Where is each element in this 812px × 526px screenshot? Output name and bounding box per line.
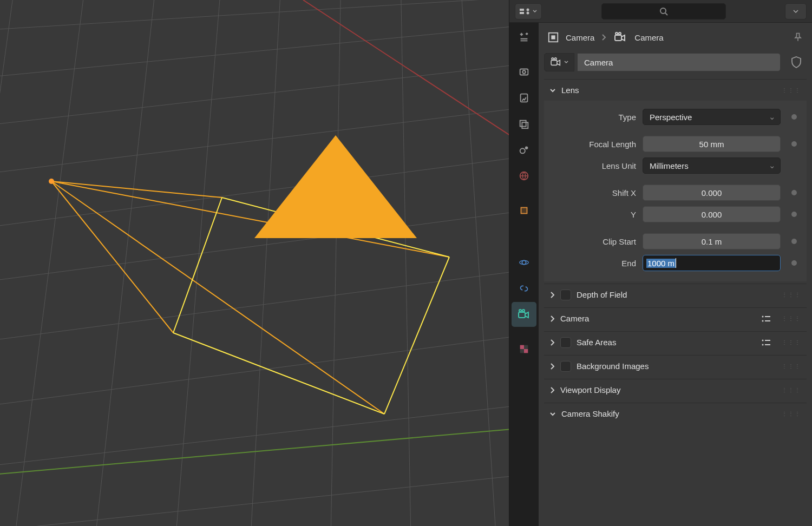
panel-shakify-header[interactable]: Camera Shakify ⋮⋮⋮ [544,403,807,424]
panel-camera-header[interactable]: Camera ⋮⋮⋮ [544,307,807,329]
pin-icon[interactable] [793,32,803,43]
anim-dot[interactable] [791,141,797,147]
svg-line-4 [0,152,509,233]
panel-dof-header[interactable]: Depth of Field ⋮⋮⋮ [544,284,807,305]
svg-point-57 [615,32,618,35]
drag-handle-icon[interactable]: ⋮⋮⋮ [782,339,801,345]
drag-handle-icon[interactable]: ⋮⋮⋮ [782,292,801,298]
fake-user-toggle[interactable] [786,53,807,71]
datablock-selector-row: Camera [544,53,807,71]
breadcrumb-object-icon [547,31,559,43]
svg-rect-31 [520,12,524,14]
panel-dof-title: Depth of Field [577,290,627,299]
tab-object[interactable] [512,198,536,223]
tab-texture[interactable] [512,337,536,361]
tab-data-camera[interactable] [512,302,536,327]
label-type: Type [549,113,636,122]
svg-line-5 [0,206,509,287]
svg-rect-59 [551,60,557,65]
svg-rect-53 [524,349,528,353]
svg-line-1 [0,22,509,81]
svg-line-26 [173,333,384,414]
tab-output[interactable] [512,86,536,110]
drag-handle-icon[interactable]: ⋮⋮⋮ [782,411,801,417]
svg-rect-47 [519,312,525,318]
dof-enable-checkbox[interactable] [560,290,571,300]
svg-point-60 [552,58,554,60]
presets-icon[interactable] [761,339,771,346]
properties-search[interactable] [601,3,726,19]
breadcrumb-data-icon [614,32,628,43]
svg-line-13 [173,0,222,526]
panel-bg-header[interactable]: Background Images ⋮⋮⋮ [544,355,807,377]
svg-rect-40 [522,122,528,128]
panel-lens: Lens ⋮⋮⋮ Type Perspective ⌄ Focal Len [544,79,807,281]
presets-icon[interactable] [761,315,771,323]
properties-options[interactable] [785,3,807,19]
panel-lens-header[interactable]: Lens ⋮⋮⋮ [544,79,807,101]
svg-rect-56 [615,35,621,41]
label-shift-y: Y [549,210,636,219]
tab-render[interactable] [512,60,536,84]
drag-handle-icon[interactable]: ⋮⋮⋮ [782,387,801,393]
properties-tabs [509,23,539,526]
field-camera-type-value: Perspective [650,113,692,122]
svg-line-9 [0,471,509,526]
panel-viewport-header[interactable]: Viewport Display ⋮⋮⋮ [544,379,807,400]
drag-handle-icon[interactable]: ⋮⋮⋮ [782,363,801,369]
svg-line-0 [0,0,509,32]
svg-line-17 [460,0,498,526]
svg-point-46 [520,260,529,264]
field-lens-unit[interactable]: Millimeters ⌄ [643,157,781,174]
anim-dot[interactable] [791,239,797,244]
drag-handle-icon[interactable]: ⋮⋮⋮ [782,87,801,93]
tab-viewlayer[interactable] [512,111,536,136]
datablock-browse[interactable] [544,53,574,71]
field-clip-start[interactable]: 0.1 m [643,233,781,249]
viewport-3d[interactable] [0,0,509,526]
panel-camera-shakify: Camera Shakify ⋮⋮⋮ [544,403,807,424]
field-clip-start-value: 0.1 m [702,237,722,246]
drag-handle-icon[interactable]: ⋮⋮⋮ [782,315,801,321]
tab-physics[interactable] [512,250,536,275]
field-shift-y[interactable]: 0.000 [643,206,781,222]
datablock-name-field[interactable]: Camera [578,53,781,71]
panel-lens-title: Lens [561,86,579,95]
tab-world[interactable] [512,163,536,188]
anim-dot[interactable] [791,212,797,217]
chevron-right-icon [549,363,555,370]
breadcrumb-data[interactable]: Camera [634,33,663,42]
anim-dot[interactable] [791,190,797,195]
anim-dot[interactable] [791,114,797,120]
field-shift-x[interactable]: 0.000 [643,185,781,201]
panel-safe-header[interactable]: Safe Areas ⋮⋮⋮ [544,331,807,353]
svg-point-58 [619,32,621,35]
safe-enable-checkbox[interactable] [560,337,571,348]
svg-rect-38 [521,94,528,102]
tab-scene[interactable] [512,137,536,162]
field-focal-length-value: 50 mm [699,140,724,149]
chevron-right-icon [549,292,555,298]
editor-type-selector[interactable] [515,3,542,19]
svg-marker-29 [254,135,417,238]
anim-dot[interactable] [791,260,797,266]
svg-point-62 [762,315,764,317]
chevron-right-icon [549,315,555,322]
tab-constraints[interactable] [512,276,536,301]
svg-rect-30 [520,9,524,11]
svg-point-41 [520,148,525,153]
bg-enable-checkbox[interactable] [560,361,571,372]
svg-rect-52 [520,349,524,353]
breadcrumb-object[interactable]: Camera [566,33,594,42]
svg-rect-36 [520,69,528,75]
svg-point-66 [762,339,764,341]
tab-tool[interactable] [512,25,536,50]
field-shift-x-value: 0.000 [702,188,722,198]
field-camera-type[interactable]: Perspective ⌄ [643,109,781,125]
panel-camera: Camera ⋮⋮⋮ [544,307,807,329]
field-focal-length[interactable]: 50 mm [643,136,781,152]
field-clip-end[interactable]: 1000 m [643,255,781,271]
svg-point-45 [522,260,526,264]
chevron-down-icon [549,87,556,94]
label-clip-end: End [549,259,636,268]
